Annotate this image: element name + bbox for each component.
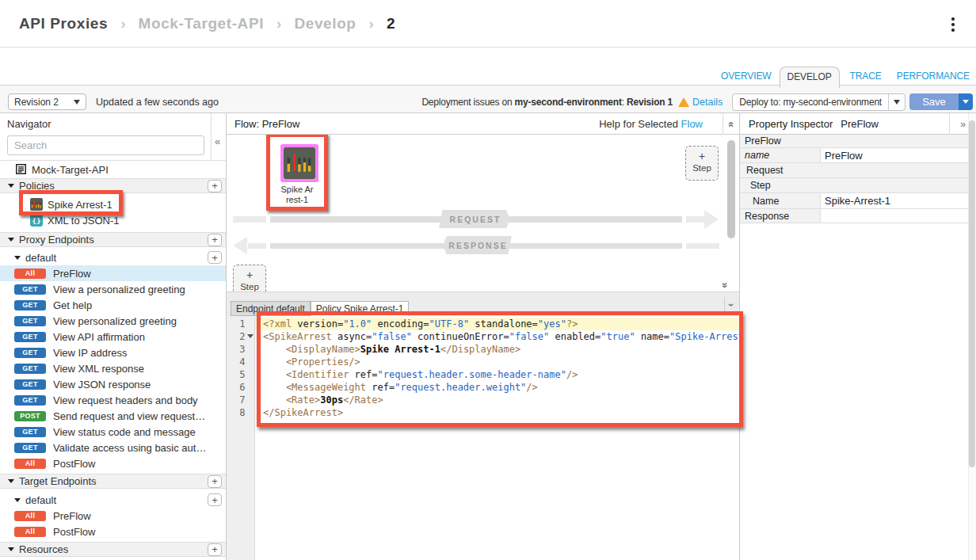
spike-arrest-icon <box>284 147 315 179</box>
tree-item-send-request-and-view-request[interactable]: POSTSend request and view request… <box>0 408 226 424</box>
tree-item-postflow[interactable]: AllPostFlow <box>0 455 226 471</box>
tree-item-label: View a personalized greeting <box>53 284 185 295</box>
add-button[interactable]: + <box>208 475 222 488</box>
kebab-menu-icon[interactable] <box>947 17 959 32</box>
tree-item-postflow[interactable]: AllPostFlow <box>0 524 226 539</box>
flow-help-link[interactable]: Flow <box>681 118 703 130</box>
flow-scrollbar-thumb[interactable] <box>727 140 735 238</box>
add-step-button-response[interactable]: + Step <box>233 265 266 291</box>
inspector-field-label: Name <box>740 193 821 208</box>
tree-item-view-personalized-greeting[interactable]: GETView personalized greeting <box>0 313 226 329</box>
add-button[interactable]: + <box>208 234 222 246</box>
tree-item-xml-to-json-1[interactable]: {}XML to JSON-1 <box>0 212 226 228</box>
add-button[interactable]: + <box>208 543 222 556</box>
editor-code-area[interactable]: <?xml version="1.0" encoding="UTF-8" sta… <box>255 316 740 560</box>
triangle-down-icon <box>14 256 21 260</box>
navigator-tree: Mock-Target-APIPolicies+Spike Arrest-1{}… <box>0 160 226 559</box>
tree-subsection-default[interactable]: default+ <box>0 492 226 508</box>
tree-item-label: Send request and view request… <box>53 410 205 422</box>
tree-item-view-json-response[interactable]: GETView JSON response <box>0 376 226 392</box>
fold-arrow-icon[interactable] <box>247 334 254 338</box>
inspector-field-value[interactable]: PreFlow <box>821 148 976 162</box>
method-badge-get: GET <box>14 427 46 437</box>
method-badge-get: GET <box>14 364 46 374</box>
page-scrollbar-thumb[interactable] <box>969 120 975 467</box>
inspector-section-request: Request <box>740 163 976 178</box>
tree-item-view-xml-response[interactable]: GETView XML response <box>0 360 226 376</box>
tree-item-view-status-code-and-message[interactable]: GETView status code and message <box>0 424 226 440</box>
breadcrumb-separator: › <box>276 15 281 32</box>
save-button[interactable]: Save <box>909 93 959 110</box>
add-button[interactable]: + <box>208 180 222 192</box>
section-label: Policies <box>19 180 55 192</box>
tree-item-label: PreFlow <box>53 510 91 522</box>
editor-tab-endpoint-default[interactable]: Endpoint default <box>231 301 311 316</box>
tree-item-label: PostFlow <box>53 526 95 538</box>
tree-section-policies[interactable]: Policies+ <box>0 178 226 193</box>
deploy-to-label: Deploy to: my-second-environment <box>733 94 888 110</box>
revision-select[interactable]: Revision 2 <box>8 93 86 110</box>
details-link[interactable]: Details <box>692 97 722 108</box>
gutter-line-number: 5 <box>227 368 254 381</box>
double-chevron-up-icon: « <box>725 121 737 126</box>
flow-collapse-button[interactable]: « <box>722 113 739 135</box>
main-area: Navigator « Mock-Target-APIPolicies+Spik… <box>0 113 976 560</box>
triangle-down-icon <box>8 184 14 188</box>
code-line-2: <SpikeArrest async="false" continueOnErr… <box>255 330 740 343</box>
deployment-issues-message: Deployment issues on my-second-environme… <box>421 97 673 108</box>
editor-tab-policy-spike-arrest-1[interactable]: Policy Spike Arrest-1 <box>311 301 410 316</box>
tree-item-view-request-headers-and-body[interactable]: GETView request headers and body <box>0 392 226 408</box>
tree-item-preflow[interactable]: AllPreFlow <box>0 265 226 281</box>
tab-overview[interactable]: OVERVIEW <box>721 67 772 88</box>
method-badge-get: GET <box>14 316 46 326</box>
tree-item-view-ip-address[interactable]: GETView IP address <box>0 345 226 360</box>
code-editor: 12345678 <?xml version="1.0" encoding="U… <box>227 316 739 560</box>
response-label-badge: RESPONSE <box>443 236 512 254</box>
tree-item-preflow[interactable]: AllPreFlow <box>0 508 226 524</box>
proxy-icon <box>16 163 26 177</box>
save-dropdown-button[interactable] <box>959 93 973 110</box>
tree-item-mock-target-api[interactable]: Mock-Target-API <box>0 161 226 178</box>
tree-section-proxy-endpoints[interactable]: Proxy Endpoints+ <box>0 232 226 247</box>
tree-section-resources[interactable]: Resources+ <box>0 542 226 557</box>
request-line-stub-left <box>233 216 266 223</box>
tree-item-spike-arrest-1[interactable]: Spike Arrest-1 <box>0 196 226 212</box>
search-input[interactable] <box>7 135 204 155</box>
breadcrumb-develop[interactable]: Develop <box>294 15 356 32</box>
tree-item-validate-access-using-basic-aut[interactable]: GETValidate access using basic aut… <box>0 440 226 455</box>
page-scrollbar-track[interactable] <box>968 113 976 560</box>
tab-performance[interactable]: PERFORMANCE <box>897 67 970 88</box>
breadcrumb-api-proxies[interactable]: API Proxies <box>19 15 108 32</box>
response-arrowhead-icon <box>233 237 247 254</box>
collapse-panel-icon[interactable]: « <box>213 135 222 147</box>
tree-item-label: Spike Arrest-1 <box>48 199 112 211</box>
triangle-down-icon <box>8 547 14 551</box>
tree-item-get-help[interactable]: GETGet help <box>0 297 226 313</box>
tab-develop[interactable]: DEVELOP <box>780 67 840 88</box>
tree-section-target-endpoints[interactable]: Target Endpoints+ <box>0 474 226 489</box>
inspector-field-value[interactable] <box>821 209 976 223</box>
request-line-stub-right <box>686 216 704 223</box>
deployment-env: my-second-environment <box>515 97 622 108</box>
chevron-down-icon[interactable] <box>888 94 905 110</box>
double-chevron-down-icon[interactable]: » <box>719 282 731 287</box>
tree-item-view-api-affirmation[interactable]: GETView API affirmation <box>0 329 226 345</box>
editor-collapse-button[interactable]: › <box>724 297 738 311</box>
inspector-field-value[interactable]: Spike-Arrest-1 <box>821 193 976 208</box>
add-button[interactable]: + <box>208 493 222 506</box>
triangle-down-icon <box>14 498 21 502</box>
add-step-button-request[interactable]: + Step <box>685 146 719 181</box>
code-line-8: </SpikeArrest> <box>255 406 740 419</box>
code-line-3: <DisplayName>Spike Arrest-1</DisplayName… <box>255 343 740 356</box>
inspector-section-label: PreFlow <box>740 135 781 147</box>
breadcrumb-proxy-name[interactable]: Mock-Target-API <box>139 15 265 32</box>
tree-item-label: Mock-Target-API <box>32 164 109 176</box>
add-button[interactable]: + <box>208 251 222 264</box>
tab-trace[interactable]: TRACE <box>850 67 882 88</box>
method-badge-get: GET <box>14 443 46 453</box>
tree-item-view-a-personalized-greeting[interactable]: GETView a personalized greeting <box>0 281 226 297</box>
tree-item-label: View IP address <box>53 347 127 359</box>
spike-arrest-policy-node[interactable] <box>280 144 318 182</box>
deploy-to-select[interactable]: Deploy to: my-second-environment <box>732 93 905 111</box>
tree-subsection-default[interactable]: default+ <box>0 250 226 265</box>
